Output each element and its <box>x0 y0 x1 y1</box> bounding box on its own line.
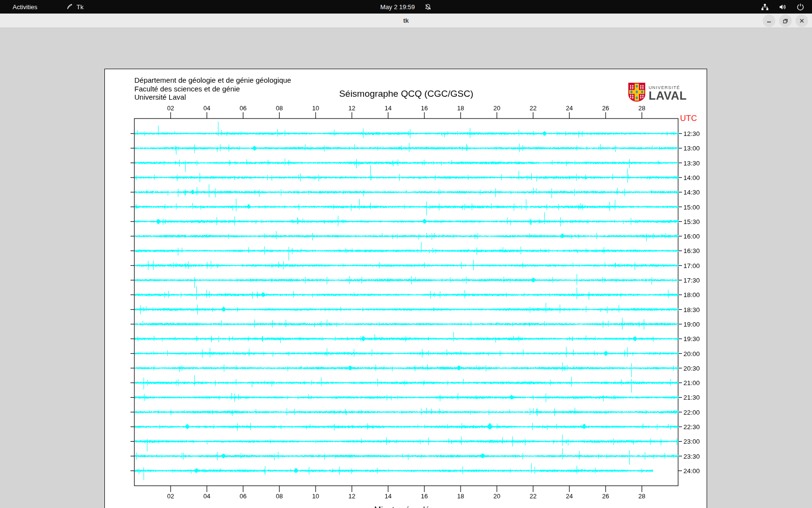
laval-shield-icon <box>628 82 646 104</box>
clock-group: May 2 19:59 <box>0 0 812 14</box>
seismograph-figure: Département de géologie et de génie géol… <box>104 69 707 508</box>
app-menu-tk[interactable]: Tk <box>66 3 83 11</box>
app-menu-label: Tk <box>76 3 83 11</box>
laval-logo-text: UNIVERSITÉ LAVAL <box>649 85 687 102</box>
close-button[interactable] <box>796 15 808 27</box>
network-wired-icon <box>761 3 769 11</box>
header-line-1: Département de géologie et de génie géol… <box>134 76 291 85</box>
volume-icon <box>779 3 787 11</box>
clock-label[interactable]: May 2 19:59 <box>380 3 415 11</box>
figure-title: Séismographe QCQ (CGC/GSC) <box>134 89 678 99</box>
maximize-button[interactable] <box>779 15 792 27</box>
utc-axis-title: UTC <box>680 114 697 123</box>
tk-window-body: Département de géologie et de génie géol… <box>0 29 812 508</box>
tk-feather-icon <box>66 3 73 10</box>
system-status-area[interactable] <box>761 0 804 14</box>
seismograph-canvas <box>105 69 708 508</box>
x-axis-title: Minutes écoulées <box>134 505 678 508</box>
gnome-top-bar: Activities Tk May 2 19:59 <box>0 0 812 14</box>
window-controls <box>763 15 808 27</box>
window-title: tk <box>403 17 409 24</box>
activities-button[interactable]: Activities <box>9 2 41 12</box>
laval-logo-line2: LAVAL <box>649 90 687 102</box>
screen: Activities Tk May 2 19:59 <box>0 0 812 508</box>
power-icon <box>797 3 804 11</box>
notifications-muted-icon <box>424 3 432 11</box>
window-title-bar[interactable]: tk <box>0 14 812 28</box>
minimize-button[interactable] <box>763 15 775 27</box>
universite-laval-logo: UNIVERSITÉ LAVAL <box>628 82 687 104</box>
